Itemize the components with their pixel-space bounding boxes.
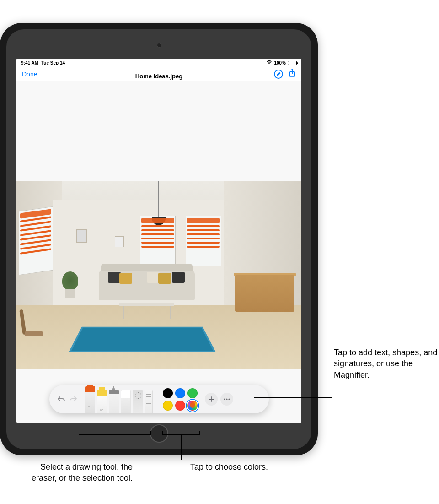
ruler-tool[interactable] [145, 390, 153, 413]
status-bar: 9:41 AM Tue Sep 14 100% [16, 59, 301, 67]
photo-image [16, 181, 301, 369]
front-camera [157, 43, 161, 48]
svg-point-3 [228, 398, 230, 400]
drawing-tools-group: 0.5 0.5 [85, 385, 153, 413]
svg-point-1 [224, 398, 225, 400]
undo-button[interactable] [56, 394, 67, 405]
page-dots: • • • [154, 68, 164, 71]
pencil-tool[interactable] [109, 390, 119, 413]
markup-stroke [20, 209, 51, 257]
share-button[interactable] [289, 69, 296, 79]
svg-point-2 [226, 398, 227, 400]
redo-button[interactable] [68, 394, 79, 405]
color-red[interactable] [175, 401, 185, 411]
callout-choose-colors: Tap to choose colors. [190, 461, 268, 472]
markup-stroke [141, 218, 174, 250]
color-blue[interactable] [175, 388, 185, 398]
add-button[interactable] [205, 393, 218, 406]
wifi-icon [266, 60, 272, 65]
content-area: 0.5 0.5 [16, 81, 301, 423]
markup-stroke [187, 218, 220, 250]
ipad-bezel: 9:41 AM Tue Sep 14 100% Done • • • Home … [6, 29, 311, 449]
color-green[interactable] [187, 388, 198, 398]
markup-toggle-button[interactable] [274, 70, 283, 79]
marker-tool[interactable]: 0.5 [97, 390, 107, 413]
color-yellow[interactable] [163, 401, 173, 411]
status-date: Tue Sep 14 [41, 60, 65, 65]
more-button[interactable] [220, 393, 233, 406]
callout-add-text: Tap to add text, shapes, and signatures,… [334, 347, 439, 380]
document-title: Home ideas.jpeg [135, 73, 182, 80]
photo-canvas-area[interactable] [16, 81, 301, 423]
nav-bar: Done • • • Home ideas.jpeg [16, 67, 301, 81]
markup-toolbar: 0.5 0.5 [49, 385, 269, 413]
color-picker-button[interactable] [187, 401, 198, 411]
callout-drawing-tools: Select a drawing tool, the eraser, or th… [27, 461, 133, 484]
lasso-tool[interactable] [133, 390, 143, 413]
screen: 9:41 AM Tue Sep 14 100% Done • • • Home … [16, 59, 301, 423]
done-button[interactable]: Done [22, 70, 37, 78]
ipad-device-frame: 9:41 AM Tue Sep 14 100% Done • • • Home … [0, 23, 318, 455]
battery-percent: 100% [274, 60, 286, 65]
color-black[interactable] [163, 388, 173, 398]
status-time: 9:41 AM [21, 60, 38, 65]
color-palette [163, 388, 198, 411]
eraser-tool[interactable] [121, 390, 131, 413]
battery-icon [288, 61, 297, 65]
pen-tool[interactable]: 0.5 [85, 386, 95, 413]
